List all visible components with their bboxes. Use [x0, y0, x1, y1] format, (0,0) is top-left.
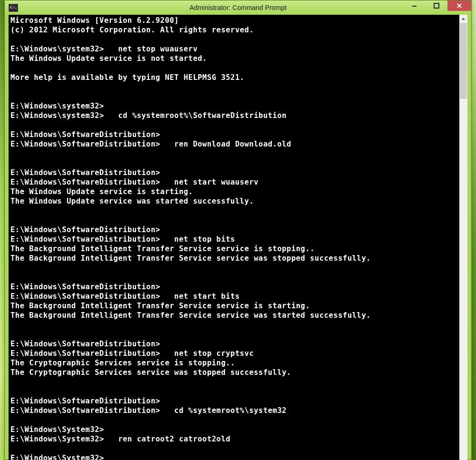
svg-rect-1 — [434, 3, 439, 8]
scroll-up-button[interactable] — [459, 15, 467, 23]
window-controls — [404, 0, 471, 12]
vertical-scroll-track[interactable] — [459, 23, 467, 460]
minimize-button[interactable] — [404, 0, 426, 11]
svg-rect-0 — [412, 6, 416, 7]
console-output[interactable]: Microsoft Windows [Version 6.2.9200] (c)… — [9, 15, 459, 460]
vertical-scroll-thumb[interactable] — [460, 23, 467, 99]
close-button[interactable] — [447, 0, 471, 11]
command-prompt-window: C:\. Administrator: Command Prompt Micro… — [4, 0, 472, 460]
window-title: Administrator: Command Prompt — [5, 4, 471, 11]
maximize-button[interactable] — [426, 0, 447, 11]
cmd-icon: C:\. — [9, 4, 18, 12]
vertical-scrollbar[interactable] — [459, 15, 467, 460]
titlebar[interactable]: C:\. Administrator: Command Prompt — [5, 0, 471, 15]
client-area: Microsoft Windows [Version 6.2.9200] (c)… — [9, 15, 467, 460]
